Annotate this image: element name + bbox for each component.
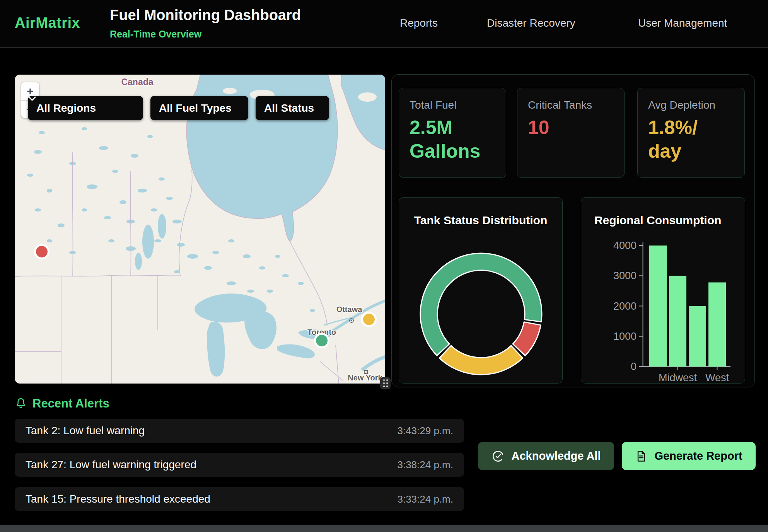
- alert-time: 3:43:29 p.m.: [397, 425, 453, 437]
- alert-time: 3:33:24 p.m.: [397, 493, 453, 505]
- stat-value: 10: [528, 116, 609, 140]
- map-filters: All RegionsAll Fuel TypesAll Status: [28, 96, 329, 120]
- y-tick-label: 1000: [613, 331, 637, 342]
- y-tick-label: 2000: [613, 300, 637, 312]
- alert-text: Tank 15: Pressure threshold exceeded: [26, 493, 210, 505]
- alerts-section-title: Recent Alerts: [32, 397, 109, 411]
- regional-consumption-card: Regional Consumption 01000200030004000Mi…: [581, 197, 745, 384]
- y-tick-label: 0: [631, 361, 637, 372]
- y-tick-label: 4000: [613, 240, 637, 251]
- acknowledge-all-button[interactable]: Acknowledge All: [478, 442, 614, 470]
- map-label-ottawa: Ottawa: [336, 305, 363, 314]
- stat-card-total-fuel: Total Fuel2.5MGallons: [399, 88, 506, 178]
- bell-icon: [15, 397, 27, 410]
- stat-value: 1.8%/day: [648, 116, 729, 163]
- map-canvas: CanadaOttawaTorontoNew York: [15, 75, 385, 384]
- bar-midwest: [669, 276, 686, 367]
- donut-segment-yellow: [439, 346, 523, 375]
- document-icon: [635, 450, 647, 462]
- bar-west: [708, 282, 726, 367]
- fuel-monitoring-dashboard: AirMatrix Fuel Monitoring Dashboard Real…: [0, 0, 768, 532]
- stat-value: 2.5MGallons: [410, 116, 491, 163]
- map[interactable]: CanadaOttawaTorontoNew York + − All Regi…: [15, 75, 385, 384]
- alert-row: Tank 15: Pressure threshold exceeded3:33…: [15, 487, 464, 511]
- filter-label: All Regions: [36, 102, 96, 114]
- stat-card-critical-tanks: Critical Tanks10: [517, 88, 625, 178]
- drag-handle-icon[interactable]: [380, 377, 391, 389]
- nav-item-disaster-recovery[interactable]: Disaster Recovery: [487, 17, 575, 29]
- alert-time: 3:38:24 p.m.: [397, 459, 453, 471]
- generate-report-label: Generate Report: [654, 450, 742, 462]
- nav-item-user-management[interactable]: User Management: [638, 17, 727, 29]
- tank-status-card: Tank Status Distribution: [399, 197, 563, 384]
- alert-row: Tank 2: Low fuel warning3:43:29 p.m.: [15, 419, 464, 443]
- map-label-canada: Canada: [121, 77, 153, 87]
- page-title: Fuel Monitoring Dashboard: [110, 7, 301, 24]
- horizontal-scrollbar[interactable]: [0, 525, 768, 532]
- stat-label: Critical Tanks: [528, 99, 592, 111]
- stat-label: Avg Depletion: [648, 99, 715, 111]
- chevron-down-icon: [28, 96, 36, 101]
- stat-label: Total Fuel: [410, 99, 456, 111]
- donut-segment-red: [513, 322, 541, 356]
- check-circle-icon: [492, 450, 505, 463]
- page-subtitle: Real-Time Overview: [110, 29, 201, 40]
- bar-category-3: [689, 306, 706, 367]
- bar-chart-title: Regional Consumption: [581, 214, 745, 227]
- filter-all-status[interactable]: All Status: [256, 96, 329, 120]
- filter-all-fuel-types[interactable]: All Fuel Types: [150, 96, 248, 120]
- generate-report-button[interactable]: Generate Report: [622, 442, 756, 470]
- app-header: AirMatrix Fuel Monitoring Dashboard Real…: [0, 0, 768, 48]
- x-tick-label: West: [705, 372, 729, 384]
- alert-text: Tank 2: Low fuel warning: [26, 425, 145, 437]
- filter-label: All Fuel Types: [159, 102, 232, 114]
- donut-chart-title: Tank Status Distribution: [399, 214, 562, 227]
- metrics-panel: Total Fuel2.5MGallonsCritical Tanks10Avg…: [391, 74, 755, 387]
- filter-label: All Status: [264, 102, 314, 114]
- acknowledge-all-label: Acknowledge All: [512, 450, 601, 462]
- bar-category-1: [649, 246, 667, 367]
- nav-item-reports[interactable]: Reports: [400, 17, 438, 29]
- brand-logo: AirMatrix: [15, 15, 80, 31]
- filter-all-regions[interactable]: All Regions: [28, 96, 143, 120]
- stat-card-avg-depletion: Avg Depletion1.8%/day: [637, 88, 745, 178]
- map-label-new-york: New York: [348, 373, 382, 382]
- alert-row: Tank 27: Low fuel warning triggered3:38:…: [15, 453, 464, 477]
- x-tick-label: Midwest: [659, 372, 697, 384]
- tank-marker-yellow[interactable]: [361, 312, 377, 327]
- y-tick-label: 3000: [613, 270, 637, 281]
- tank-marker-red[interactable]: [34, 244, 49, 259]
- tank-marker-green[interactable]: [314, 333, 329, 348]
- alert-text: Tank 27: Low fuel warning triggered: [26, 459, 196, 471]
